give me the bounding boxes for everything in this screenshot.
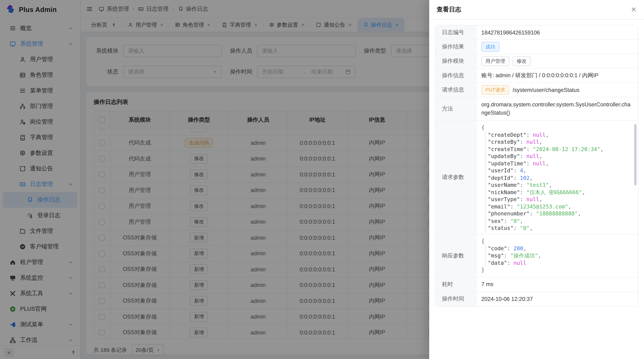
drawer-header: 查看日志 ✕: [429, 0, 644, 20]
detail-value: PUT请求/system/user/changeStatus: [476, 83, 638, 97]
detail-row-响应参数: 响应参数{ "code": 200, "msg": "操作成功", "data"…: [436, 234, 638, 277]
detail-label: 操作时间: [436, 292, 476, 306]
detail-value: 账号: admin / 研发部门 / 0:0:0:0:0:0:0:1 / 内网I…: [476, 68, 638, 82]
view-log-drawer: 查看日志 ✕ 日志编号1842781986426159106操作结果成功操作模块…: [429, 0, 644, 359]
indent-guide: [485, 245, 485, 267]
detail-label: 操作模块: [436, 54, 476, 68]
log-detail-table: 日志编号1842781986426159106操作结果成功操作模块用户管理修改操…: [435, 25, 638, 307]
detail-row-操作时间: 操作时间2024-10-06 12:20:37: [436, 292, 638, 306]
detail-value-code: { "code": 200, "msg": "操作成功", "data": nu…: [476, 234, 638, 277]
indent-guide: [485, 131, 485, 232]
json-code: { "code": 200, "msg": "操作成功", "data": nu…: [482, 238, 633, 274]
detail-value: 1842781986426159106: [476, 25, 638, 39]
detail-tag: 成功: [482, 42, 500, 52]
detail-label: 请求参数: [436, 121, 476, 234]
detail-label: 操作结果: [436, 40, 476, 54]
detail-value: 成功: [476, 40, 638, 54]
detail-row-请求参数: 请求参数{ "createDept": null, "createBy": nu…: [436, 121, 638, 234]
detail-row-操作结果: 操作结果成功: [436, 40, 638, 54]
detail-row-日志编号: 日志编号1842781986426159106: [436, 25, 638, 40]
detail-text: /system/user/changeStatus: [512, 87, 580, 93]
drawer-body: 日志编号1842781986426159106操作结果成功操作模块用户管理修改操…: [429, 20, 644, 359]
detail-label: 方法: [436, 97, 476, 120]
detail-tag: 修改: [512, 56, 530, 66]
detail-value: 7 ms: [476, 277, 638, 291]
detail-row-方法: 方法org.dromara.system.controller.system.S…: [436, 97, 638, 121]
app-root: Plus Admin 概览系统管理用户管理角色管理菜单管理部门管理岗位管理字典管…: [0, 0, 644, 359]
detail-label: 操作信息: [436, 68, 476, 82]
detail-row-操作模块: 操作模块用户管理修改: [436, 54, 638, 68]
json-code: { "createDept": null, "createBy": null, …: [482, 124, 633, 232]
request-method-tag: PUT请求: [482, 85, 509, 95]
detail-label: 响应参数: [436, 234, 476, 277]
detail-value: 用户管理修改: [476, 54, 638, 68]
detail-row-耗时: 耗时7 ms: [436, 277, 638, 292]
detail-tag: 用户管理: [482, 56, 509, 66]
drawer-title: 查看日志: [437, 6, 461, 13]
detail-row-操作信息: 操作信息账号: admin / 研发部门 / 0:0:0:0:0:0:0:1 /…: [436, 68, 638, 83]
detail-value: 2024-10-06 12:20:37: [476, 292, 638, 306]
detail-value-code: { "createDept": null, "createBy": null, …: [476, 121, 638, 234]
detail-label: 日志编号: [436, 25, 476, 39]
detail-row-请求信息: 请求信息PUT请求/system/user/changeStatus: [436, 83, 638, 97]
detail-label: 请求信息: [436, 83, 476, 97]
detail-value: org.dromara.system.controller.system.Sys…: [476, 97, 638, 120]
close-icon[interactable]: ✕: [631, 6, 637, 13]
code-scrollbar[interactable]: [634, 124, 637, 185]
detail-label: 耗时: [436, 277, 476, 291]
